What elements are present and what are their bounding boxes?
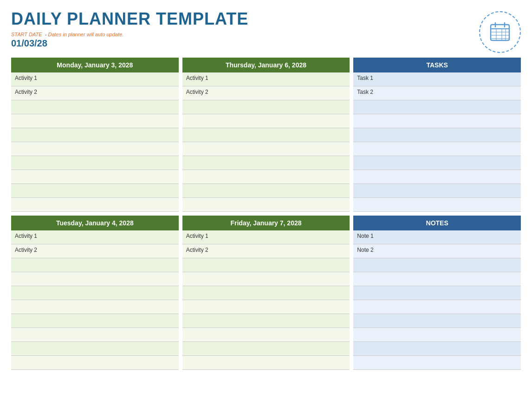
list-item-text: Activity 2 bbox=[186, 247, 208, 253]
list-item[interactable] bbox=[11, 300, 179, 314]
section-rows-monday: Activity 1Activity 2 bbox=[11, 72, 179, 212]
list-item[interactable] bbox=[11, 170, 179, 184]
list-item[interactable] bbox=[353, 114, 521, 128]
list-item-text: Activity 2 bbox=[186, 89, 208, 95]
list-item-text: Note 1 bbox=[357, 233, 373, 239]
list-item[interactable] bbox=[353, 342, 521, 356]
list-item[interactable] bbox=[182, 128, 350, 142]
section-rows-tuesday: Activity 1Activity 2 bbox=[11, 230, 179, 370]
calendar-icon-wrapper bbox=[479, 11, 521, 53]
page-title: DAILY PLANNER TEMPLATE bbox=[11, 9, 248, 29]
list-item-text: Activity 2 bbox=[15, 89, 37, 95]
list-item[interactable] bbox=[353, 258, 521, 272]
list-item-text: Activity 1 bbox=[186, 75, 208, 81]
list-item[interactable] bbox=[182, 286, 350, 300]
list-item-text: Activity 1 bbox=[186, 233, 208, 239]
section-monday: Monday, January 3, 2028Activity 1Activit… bbox=[11, 58, 179, 212]
header-left: DAILY PLANNER TEMPLATE START DATE - Date… bbox=[11, 9, 248, 49]
list-item[interactable] bbox=[11, 184, 179, 198]
list-item[interactable] bbox=[353, 128, 521, 142]
list-item[interactable] bbox=[11, 156, 179, 170]
list-item[interactable] bbox=[182, 114, 350, 128]
list-item[interactable] bbox=[11, 314, 179, 328]
section-header-tuesday: Tuesday, January 4, 2028 bbox=[11, 216, 179, 230]
list-item[interactable] bbox=[353, 314, 521, 328]
section-thursday: Thursday, January 6, 2028Activity 1Activ… bbox=[182, 58, 350, 212]
section-rows-notes: Note 1Note 2 bbox=[353, 230, 521, 370]
list-item[interactable] bbox=[182, 300, 350, 314]
list-item[interactable] bbox=[353, 156, 521, 170]
list-item[interactable] bbox=[353, 142, 521, 156]
list-item[interactable] bbox=[11, 258, 179, 272]
list-item[interactable] bbox=[182, 328, 350, 342]
list-item[interactable]: Activity 2 bbox=[182, 244, 350, 258]
section-header-tasks: TASKS bbox=[353, 58, 521, 72]
list-item[interactable] bbox=[182, 356, 350, 370]
list-item[interactable] bbox=[182, 100, 350, 114]
list-item[interactable]: Activity 2 bbox=[11, 86, 179, 100]
list-item[interactable] bbox=[182, 258, 350, 272]
list-item[interactable] bbox=[353, 170, 521, 184]
list-item[interactable] bbox=[11, 272, 179, 286]
start-date-key: START DATE bbox=[11, 32, 42, 37]
list-item[interactable]: Activity 1 bbox=[11, 230, 179, 244]
list-item[interactable]: Activity 1 bbox=[11, 72, 179, 86]
top-planner-grid: Monday, January 3, 2028Activity 1Activit… bbox=[11, 58, 521, 212]
list-item[interactable] bbox=[353, 100, 521, 114]
list-item[interactable] bbox=[353, 286, 521, 300]
list-item[interactable] bbox=[353, 356, 521, 370]
list-item[interactable]: Task 2 bbox=[353, 86, 521, 100]
list-item[interactable] bbox=[11, 142, 179, 156]
list-item[interactable] bbox=[353, 184, 521, 198]
section-tuesday: Tuesday, January 4, 2028Activity 1Activi… bbox=[11, 216, 179, 370]
section-friday: Friday, January 7, 2028Activity 1Activit… bbox=[182, 216, 350, 370]
list-item[interactable] bbox=[11, 128, 179, 142]
list-item[interactable]: Activity 1 bbox=[182, 72, 350, 86]
list-item[interactable] bbox=[182, 142, 350, 156]
list-item-text: Activity 1 bbox=[15, 75, 37, 81]
list-item[interactable] bbox=[11, 198, 179, 212]
list-item-text: Task 1 bbox=[357, 75, 373, 81]
list-item[interactable] bbox=[182, 342, 350, 356]
page-header: DAILY PLANNER TEMPLATE START DATE - Date… bbox=[11, 9, 521, 53]
list-item[interactable] bbox=[182, 314, 350, 328]
list-item-text: Note 2 bbox=[357, 247, 373, 253]
section-rows-tasks: Task 1Task 2 bbox=[353, 72, 521, 212]
list-item-text: Task 2 bbox=[357, 89, 373, 95]
list-item[interactable] bbox=[11, 342, 179, 356]
list-item[interactable]: Note 2 bbox=[353, 244, 521, 258]
svg-rect-0 bbox=[491, 25, 509, 40]
section-rows-friday: Activity 1Activity 2 bbox=[182, 230, 350, 370]
list-item[interactable] bbox=[182, 184, 350, 198]
section-header-thursday: Thursday, January 6, 2028 bbox=[182, 58, 350, 72]
list-item[interactable] bbox=[11, 114, 179, 128]
list-item[interactable]: Activity 1 bbox=[182, 230, 350, 244]
list-item-text: Activity 2 bbox=[15, 247, 37, 253]
list-item[interactable] bbox=[353, 300, 521, 314]
section-header-friday: Friday, January 7, 2028 bbox=[182, 216, 350, 230]
list-item[interactable] bbox=[353, 272, 521, 286]
section-header-notes: NOTES bbox=[353, 216, 521, 230]
start-date-value[interactable]: 01/03/28 bbox=[11, 38, 248, 49]
list-item[interactable] bbox=[11, 356, 179, 370]
list-item[interactable]: Task 1 bbox=[353, 72, 521, 86]
calendar-icon bbox=[488, 20, 512, 44]
start-date-note: Dates in planner will auto update. bbox=[48, 32, 123, 37]
list-item[interactable] bbox=[353, 198, 521, 212]
bottom-planner-grid: Tuesday, January 4, 2028Activity 1Activi… bbox=[11, 216, 521, 370]
list-item[interactable] bbox=[11, 100, 179, 114]
list-item[interactable]: Note 1 bbox=[353, 230, 521, 244]
start-date-label: START DATE - Dates in planner will auto … bbox=[11, 32, 248, 37]
section-header-monday: Monday, January 3, 2028 bbox=[11, 58, 179, 72]
list-item[interactable] bbox=[353, 328, 521, 342]
list-item[interactable] bbox=[182, 198, 350, 212]
list-item[interactable] bbox=[182, 272, 350, 286]
list-item[interactable]: Activity 2 bbox=[11, 244, 179, 258]
list-item[interactable] bbox=[11, 286, 179, 300]
list-item[interactable]: Activity 2 bbox=[182, 86, 350, 100]
list-item[interactable] bbox=[11, 328, 179, 342]
list-item[interactable] bbox=[182, 156, 350, 170]
section-rows-thursday: Activity 1Activity 2 bbox=[182, 72, 350, 212]
section-notes: NOTESNote 1Note 2 bbox=[353, 216, 521, 370]
list-item[interactable] bbox=[182, 170, 350, 184]
